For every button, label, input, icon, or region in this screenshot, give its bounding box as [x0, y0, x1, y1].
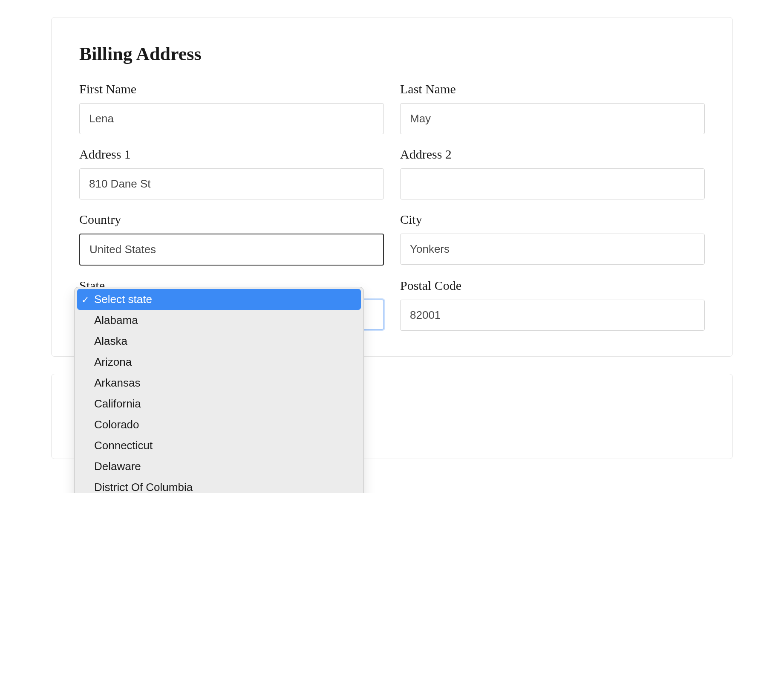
- billing-address-card: Billing Address First Name Last Name Add…: [51, 17, 733, 357]
- first-name-input[interactable]: [79, 103, 384, 134]
- postal-code-label: Postal Code: [400, 278, 705, 293]
- last-name-label: Last Name: [400, 82, 705, 96]
- state-option-label: District Of Columbia: [94, 481, 193, 493]
- state-option-label: Arkansas: [94, 376, 140, 389]
- state-option[interactable]: Colorado: [77, 414, 361, 435]
- first-name-group: First Name: [79, 82, 384, 134]
- state-option[interactable]: District Of Columbia: [77, 477, 361, 493]
- address1-input[interactable]: [79, 168, 384, 199]
- state-option-label: Alabama: [94, 314, 138, 326]
- state-option-label: Select state: [94, 293, 152, 306]
- state-option[interactable]: California: [77, 393, 361, 414]
- state-option[interactable]: Alaska: [77, 331, 361, 352]
- country-label: Country: [79, 212, 384, 227]
- address2-input[interactable]: [400, 168, 705, 199]
- state-option[interactable]: ✓Select state: [77, 289, 361, 310]
- last-name-group: Last Name: [400, 82, 705, 134]
- check-icon: ✓: [81, 292, 89, 306]
- state-option-label: Connecticut: [94, 439, 153, 452]
- billing-address-title: Billing Address: [79, 43, 705, 65]
- address2-group: Address 2: [400, 147, 705, 199]
- state-option[interactable]: Alabama: [77, 310, 361, 331]
- state-dropdown[interactable]: ✓Select stateAlabamaAlaskaArizonaArkansa…: [74, 287, 364, 493]
- state-option-label: Alaska: [94, 335, 127, 347]
- country-group: Country: [79, 212, 384, 266]
- state-option[interactable]: Connecticut: [77, 435, 361, 456]
- first-name-label: First Name: [79, 82, 384, 96]
- state-option-label: Arizona: [94, 355, 132, 368]
- city-input[interactable]: [400, 234, 705, 265]
- state-option[interactable]: Delaware: [77, 456, 361, 477]
- address2-label: Address 2: [400, 147, 705, 162]
- last-name-input[interactable]: [400, 103, 705, 134]
- address1-group: Address 1: [79, 147, 384, 199]
- city-group: City: [400, 212, 705, 266]
- postal-code-group: Postal Code: [400, 278, 705, 331]
- state-option-label: Colorado: [94, 418, 139, 431]
- state-option[interactable]: Arkansas: [77, 373, 361, 393]
- state-option-label: California: [94, 397, 141, 410]
- address1-label: Address 1: [79, 147, 384, 162]
- postal-code-input[interactable]: [400, 300, 705, 331]
- city-label: City: [400, 212, 705, 227]
- state-group: State ✓Select stateAlabamaAlaskaArizonaA…: [79, 278, 384, 331]
- state-option[interactable]: Arizona: [77, 352, 361, 373]
- billing-form-grid: First Name Last Name Address 1 Address 2…: [79, 82, 705, 331]
- country-input[interactable]: [79, 234, 384, 266]
- state-option-label: Delaware: [94, 460, 141, 473]
